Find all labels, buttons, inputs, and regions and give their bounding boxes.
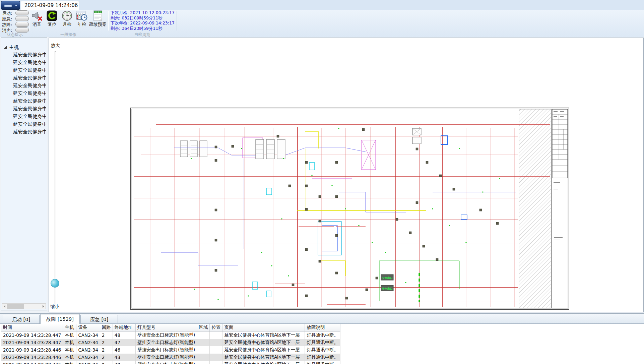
window-title-tab[interactable]: 2021-09-09 14:24:06 (21, 1, 79, 10)
table-header-row: 时间 主机 设备 回路 终端地址 灯具型号 区域 位置 页面 故障说明 (1, 324, 340, 331)
monthly-check-clock-icon (61, 10, 73, 21)
evacuation-plan-icon (92, 10, 104, 21)
mute-button[interactable]: 消音 (29, 10, 44, 27)
annual-remaining-text: 剩余: 364日23时59分11秒 (111, 26, 176, 31)
emergency-indicator-light (15, 16, 29, 21)
group-separator (108, 11, 109, 31)
tree-item-9[interactable]: 延安全民健身中心 (13, 121, 46, 128)
ribbon: 2021-09-09 14:24:06 启动: 应急: 故障: 消声: 消音 (0, 0, 644, 37)
col-header-device[interactable]: 设备 (76, 324, 100, 331)
monthly-check-button[interactable]: 月检 (60, 10, 74, 27)
annual-check-button-label: 年检 (74, 21, 89, 27)
zoom-out-label: 缩小 (50, 304, 59, 310)
col-header-page[interactable]: 页面 (222, 324, 305, 331)
app-menu-button[interactable] (1, 1, 20, 10)
reset-button-label: 复位 (45, 21, 59, 27)
annual-check-calendar-icon (76, 10, 87, 21)
evacuation-plan-button[interactable]: 疏散预案 (88, 10, 107, 27)
exit-sign: 安全出口 安全出口 (381, 275, 393, 291)
fault-indicator-light (15, 22, 29, 27)
next-annual-check-text: 下次年检: 2022-09-09 14:23:17 (111, 20, 176, 26)
col-header-lamp-model[interactable]: 灯具型号 (135, 324, 197, 331)
svg-text:安全出口: 安全出口 (382, 276, 393, 280)
window-tab-strip (0, 0, 644, 10)
svg-text:安全出口: 安全出口 (382, 287, 393, 290)
plan-view-panel[interactable]: 放大 缩小 (49, 38, 644, 312)
zoom-slider-thumb[interactable] (51, 279, 59, 288)
floor-plan-svg: 安全出口 安全出口 (131, 108, 569, 309)
selfcheck-group-caption: 自检周期 (108, 32, 177, 37)
selfcheck-period-panel: 下次月检: 2021-10-12 00:23:17 剩余: 032日09时59分… (111, 10, 176, 31)
status-row-emergency: 应急: (2, 16, 14, 21)
scrollbar-thumb[interactable] (7, 304, 24, 309)
status-label-start: 启动: (2, 10, 14, 16)
tree-item-8[interactable]: 延安全民健身中心 (13, 113, 46, 120)
col-header-terminal-address[interactable]: 终端地址 (113, 324, 135, 331)
scrollbar-right-arrow-icon[interactable] (41, 304, 46, 309)
evacuation-plan-button-label: 疏散预案 (88, 21, 107, 27)
status-row-start: 启动: (2, 10, 14, 16)
table-row[interactable]: 2021-09-09 14:23:28.447本机 CAN2-342 47壁挂安… (1, 339, 340, 346)
tree-horizontal-scrollbar[interactable] (2, 303, 46, 309)
status-label-fault: 故障: (2, 22, 14, 28)
tree-item-5[interactable]: 延安全民健身中心 (13, 90, 46, 97)
tree-item-7[interactable]: 延安全民健身中心 (13, 106, 46, 112)
reset-icon (46, 10, 58, 21)
host-tree-panel: 主机 延安全民健身中心 延安全民健身中心 延安全民健身中心 延安全民健身中心 延… (1, 38, 47, 310)
tab-fault-events[interactable]: 故障 [1529] (40, 314, 80, 324)
col-header-host[interactable]: 主机 (63, 324, 76, 331)
fault-table: 时间 主机 设备 回路 终端地址 灯具型号 区域 位置 页面 故障说明 2021… (1, 324, 340, 364)
tab-emergency-events[interactable]: 应急 [0] (80, 315, 118, 323)
tree-item-3[interactable]: 延安全民健身中心 (13, 75, 46, 81)
hamburger-menu-icon (4, 4, 12, 8)
monthly-remaining-text: 剩余: 032日09时59分11秒 (111, 15, 176, 21)
table-row[interactable]: 2021-09-09 14:23:28.445本机 CAN2-342 42壁挂安… (1, 361, 340, 364)
floor-plan-drawing[interactable]: 安全出口 安全出口 (130, 108, 569, 310)
status-label-emergency: 应急: (2, 16, 14, 22)
tree-expander-icon[interactable] (4, 46, 7, 49)
tree-item-4[interactable]: 延安全民健身中心 (13, 82, 46, 89)
reset-button[interactable]: 复位 (45, 10, 59, 27)
annual-check-button[interactable]: 年检 (74, 10, 89, 27)
mute-button-label: 消音 (29, 21, 44, 27)
zoom-slider-track[interactable] (55, 51, 56, 305)
col-header-position[interactable]: 位置 (210, 324, 222, 331)
col-header-loop[interactable]: 回路 (100, 324, 113, 331)
status-group-caption: 状态提示 (1, 32, 29, 37)
tree-item-10[interactable]: 延安全民健身中心 (13, 129, 46, 135)
monthly-check-button-label: 月检 (60, 21, 74, 27)
mute-speaker-icon (31, 10, 43, 21)
start-indicator-light (15, 10, 29, 15)
group-separator (177, 11, 177, 31)
event-log-panel: 启动 [0] 故障 [1529] 应急 [0] 时间 主机 设备 回路 终端地址… (0, 313, 644, 364)
actions-group-caption: 一般操作 (29, 32, 108, 37)
tree-item-1[interactable]: 延安全民健身中心 (13, 59, 46, 66)
table-row[interactable]: 2021-09-09 14:23:28.447本机 CAN2-342 48壁挂安… (1, 331, 340, 339)
tree-item-6[interactable]: 延安全民健身中心 (13, 98, 46, 105)
tree-root-host[interactable]: 主机 (9, 44, 19, 51)
col-header-time[interactable]: 时间 (1, 324, 63, 331)
table-row[interactable]: 2021-09-09 14:23:28.446本机 CAN2-342 43壁挂安… (1, 354, 340, 361)
tab-start-events[interactable]: 启动 [0] (3, 315, 40, 323)
col-header-fault-description[interactable]: 故障说明 (305, 324, 340, 331)
next-monthly-check-text: 下次月检: 2021-10-12 00:23:17 (111, 10, 176, 15)
table-row[interactable]: 2021-09-09 14:23:28.446本机 CAN2-342 46壁挂安… (1, 346, 340, 354)
dropdown-arrow-icon (15, 5, 17, 6)
tree-item-0[interactable]: 延安全民健身中心 (13, 52, 46, 58)
col-header-area[interactable]: 区域 (197, 324, 210, 331)
tree-item-2[interactable]: 延安全民健身中心 (13, 67, 46, 74)
scrollbar-left-arrow-icon[interactable] (2, 304, 7, 309)
zoom-in-label: 放大 (51, 43, 60, 49)
status-row-fault: 故障: (2, 22, 14, 27)
